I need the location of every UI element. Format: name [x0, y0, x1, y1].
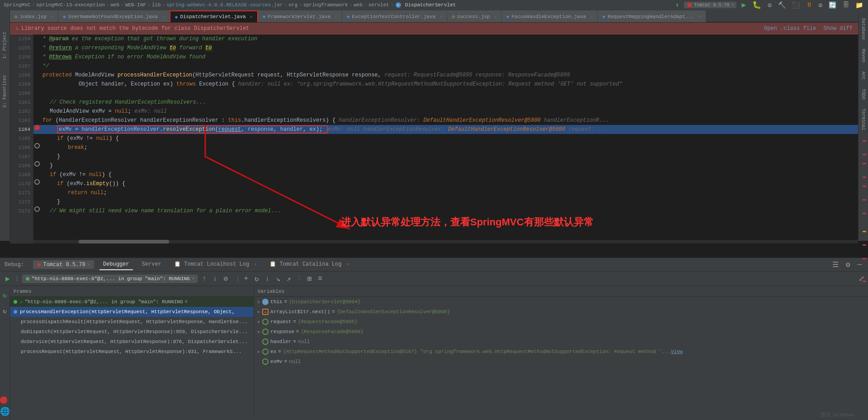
tab-framework-servlet[interactable]: ◆ FrameworkServlet.java ✕ [258, 10, 342, 22]
update-icon[interactable]: 🔄 [827, 1, 838, 9]
breadcrumb-item[interactable]: spring-webmvc-4.0.0.RELEASE-sources.jar [166, 2, 283, 8]
expand-icon[interactable]: ▶ [258, 329, 260, 334]
tab-dispatcher-servlet[interactable]: ◆ DispatcherServlet.java ✕ [170, 10, 258, 22]
coverage-icon[interactable]: ⚙ [766, 1, 773, 9]
close-icon[interactable]: ✕ [335, 14, 337, 19]
db-icon[interactable]: 🗄 [841, 1, 850, 9]
var-item-itr[interactable]: ▶ a ArrayList$Itr.next() = {DefaultHandl… [254, 307, 868, 317]
warning-bar: ⚠ Library source does not match the byte… [10, 23, 858, 34]
scrollbar-thumb[interactable] [79, 240, 169, 243]
step-over-icon[interactable]: ↘ [274, 273, 282, 284]
tab-focus-handle[interactable]: ◆ FocusHandleException.java ✕ [502, 10, 598, 22]
breadcrumb-item[interactable]: lib [152, 2, 161, 8]
breadcrumb-item[interactable]: web [110, 2, 119, 8]
debug-tab-server[interactable]: Server [138, 259, 165, 270]
run-icon[interactable]: ▶ [740, 0, 747, 10]
var-item-request[interactable]: ▶ request = {RequestFacade@5095} [254, 317, 868, 327]
debug-server-badge[interactable]: Tomcat 8.5.78 ✕ [33, 260, 94, 269]
step-out-icon[interactable]: ↗ [285, 273, 293, 284]
sidebar-item-todo[interactable]: TODO [860, 85, 867, 103]
layout-icon[interactable]: ☰ [830, 259, 840, 270]
tomcat-badge[interactable]: Tomcat 8.5.78 ▼ [684, 2, 736, 8]
build-icon[interactable]: 🔨 [777, 1, 787, 9]
expand-icon[interactable]: ▶ [258, 349, 260, 354]
sidebar-item-maven[interactable]: Maven [860, 45, 867, 66]
evaluate-icon[interactable]: ⊞ [306, 273, 314, 284]
frame-item-2[interactable]: doDispatch(HttpServletRequest, HttpServl… [10, 327, 254, 337]
frame-item-4[interactable]: processRequest(HttpServletRequest, HttpS… [10, 347, 254, 357]
expand-icon[interactable]: ▶ [258, 299, 260, 305]
breadcrumb-item[interactable]: servlet [368, 2, 389, 8]
thread-row[interactable]: ✓ "http-nio-8080-exec-9"@2,... in group … [10, 297, 254, 307]
stop-icon[interactable]: ⬛ [791, 1, 801, 9]
var-item-handler[interactable]: ▶ handler = null [254, 337, 868, 347]
var-item-this[interactable]: ▶ this = {DispatcherServlet@5094} [254, 297, 868, 307]
sidebar-item-database[interactable]: Database [860, 14, 867, 43]
restore-icon[interactable]: ↻ [253, 273, 261, 284]
debug-tab-catalina-log[interactable]: 📋 Tomcat Catalina Log ✕ [266, 259, 353, 270]
close-icon[interactable]: ✕ [439, 14, 442, 19]
breadcrumb-item[interactable]: web [354, 2, 363, 8]
breadcrumb-item[interactable]: WEB-INF [125, 2, 146, 8]
step-over-down-icon[interactable]: ↓ [211, 274, 219, 284]
open-class-file-button[interactable]: Open .class file [764, 25, 816, 32]
close-tab-icon[interactable]: ✕ [347, 262, 349, 267]
tab-username-not-found[interactable]: ◆ UserNameNotFoundException.java ✕ [58, 10, 170, 22]
close-icon[interactable]: ✕ [698, 14, 701, 19]
debug-icon[interactable]: 🐛 [751, 0, 763, 10]
run-to-cursor-icon[interactable]: ⤵ [296, 273, 303, 284]
close-icon[interactable]: ✕ [250, 14, 253, 19]
breadcrumb-item[interactable]: SpringMVC [4, 2, 30, 8]
refresh-debug-icon[interactable]: ↻ [3, 291, 6, 299]
close-icon[interactable]: ✕ [51, 14, 53, 19]
expand-icon[interactable]: ▶ [258, 309, 260, 315]
thread-selector[interactable]: "http-nio-8080-exec-9"@2,... in group "m… [22, 275, 198, 283]
pause-icon[interactable]: ⏸ [805, 1, 814, 9]
breadcrumb-item[interactable]: C DispatcherServlet [395, 2, 456, 8]
debug-tab-localhost-log[interactable]: 📋 Tomcat Localhost Log ✕ [170, 259, 260, 270]
step-over-up-icon[interactable]: ↑ [200, 274, 208, 284]
expand-icon[interactable]: ▶ [258, 319, 260, 325]
sidebar-item-project[interactable]: 1: Project [1, 28, 8, 62]
trace-icon[interactable]: ≡ [316, 274, 324, 284]
view-link[interactable]: View [671, 349, 683, 354]
breadcrumb-item[interactable]: org [288, 2, 297, 8]
breadcrumb-item[interactable]: springMVC-13-exeception [36, 2, 105, 8]
reload-icon[interactable]: ↻ [3, 307, 6, 315]
frame-item-0[interactable]: processHandlerException(HttpServletReque… [10, 307, 254, 317]
tab-index-jsp[interactable]: ◇ index.jsp ✕ [10, 10, 58, 22]
tab-request-mapping[interactable]: ◆ RequestMappingHandlerAdapt... ✕ [598, 10, 706, 22]
tab-exception-controller[interactable]: ◆ ExceptionTestController.java ✕ [342, 10, 448, 22]
close-icon[interactable]: ✕ [590, 14, 593, 19]
settings-icon[interactable]: ⚙ [817, 1, 824, 9]
step-into-icon[interactable]: ↓ [264, 274, 272, 284]
tab-success-jsp[interactable]: ◇ success.jsp ✕ [447, 10, 501, 22]
close-debug-icon[interactable]: ✕ [87, 261, 90, 268]
stop-dot-icon[interactable] [0, 396, 7, 404]
close-icon[interactable]: ✕ [494, 14, 497, 19]
close-tab-icon[interactable]: ✕ [254, 262, 257, 267]
breadcrumb-item[interactable]: springframework [303, 2, 348, 8]
var-item-ex[interactable]: ▶ ex = {HttpRequestMethodNotSupportedExc… [254, 347, 868, 357]
var-item-response[interactable]: ▶ response = {ResponseFacade@5099} [254, 327, 868, 337]
minimize-icon[interactable]: — [855, 260, 863, 270]
sidebar-item-terminal[interactable]: Terminal [860, 105, 867, 134]
web-icon[interactable]: 🌐 [0, 406, 10, 416]
sidebar-item-ant[interactable]: Ant [860, 68, 867, 83]
close-icon[interactable]: ✕ [162, 14, 165, 19]
filter-icon[interactable]: ⊘ [222, 273, 230, 284]
navigate-icon[interactable]: ⬆ [674, 1, 680, 9]
git-icon[interactable]: 📁 [854, 1, 864, 9]
thread-expand-icon[interactable]: ▼ [184, 299, 188, 305]
frame-item-1[interactable]: processDispatchResult(HttpServletRequest… [10, 317, 254, 327]
frame-item-3[interactable]: doService(HttpServletRequest, HttpServle… [10, 337, 254, 347]
resume-icon[interactable]: ▶ [4, 273, 12, 284]
sidebar-item-favorites[interactable]: 2: Favorites [1, 72, 8, 111]
debug-tab-debugger[interactable]: Debugger [99, 259, 133, 270]
editor-horizontal-scrollbar[interactable] [33, 240, 858, 243]
settings-gear-icon[interactable]: ⚙ [844, 259, 852, 270]
add-watch-icon[interactable]: + [242, 274, 250, 284]
var-type-icon [262, 339, 269, 345]
var-item-exmv[interactable]: ▶ exMv = null [254, 357, 868, 367]
show-diff-button[interactable]: Show diff [823, 25, 853, 32]
